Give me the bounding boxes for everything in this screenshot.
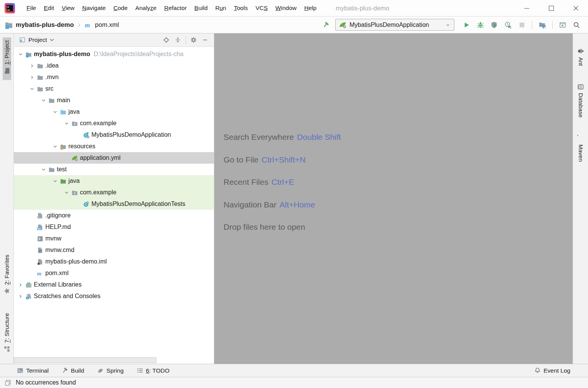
tree-item-mybatisplusdemoapplicationtests[interactable]: CMybatisPlusDemoApplicationTests [14, 198, 214, 210]
run-tool-window-button[interactable] [556, 19, 570, 31]
run-config-select[interactable]: MybatisPlusDemoApplication [335, 19, 454, 31]
menu-code[interactable]: Code [109, 0, 131, 16]
tool-tab-event-log[interactable]: Event Log [534, 367, 570, 374]
tree-item-src[interactable]: src [14, 83, 214, 95]
horizontal-scrollbar[interactable] [14, 357, 156, 363]
menu-vcs[interactable]: VCS [252, 0, 272, 16]
tool-window-bar: TerminalBuildSpring6: TODO Event Log [0, 364, 588, 377]
tool-tab-terminal[interactable]: Terminal [17, 367, 49, 374]
package-icon [71, 120, 78, 127]
collapse-all-button[interactable] [172, 35, 184, 45]
tool-tab-maven[interactable]: mMaven [576, 129, 585, 165]
tool-tab-ant[interactable]: Ant [576, 42, 585, 69]
breadcrumb-file[interactable]: pom.xml [95, 21, 119, 28]
coverage-icon [491, 22, 498, 28]
hide-button[interactable] [199, 35, 211, 45]
libraries-icon [25, 282, 32, 288]
menu-bar: FileEditViewNavigateCodeAnalyzeRefactorB… [23, 0, 320, 16]
tree-item-label: mvnw.cmd [45, 247, 75, 254]
menu-window[interactable]: Window [272, 0, 300, 16]
tool-tab-2-favorites[interactable]: 2: Favorites [3, 252, 11, 300]
tool-tab-build[interactable]: Build [62, 367, 84, 374]
window-controls [514, 0, 588, 16]
tree-item-help-md[interactable]: MDHELP.md [14, 221, 214, 233]
editor-shortcut-hints: Search EverywhereDouble ShiftGo to FileC… [224, 133, 573, 245]
tool-tab-1-project[interactable]: 1: Project [3, 37, 11, 80]
tool-window-toggle-icon[interactable] [5, 380, 11, 386]
tree-item-mybatis-plus-demo[interactable]: mybatis-plus-demoD:\IdeaProjects\IdeaPro… [14, 48, 214, 60]
leaf-gray-icon [97, 367, 104, 374]
tool-tab-label: 2: Favorites [3, 255, 10, 285]
tree-item-gitignore[interactable]: .gitignore [14, 210, 214, 221]
tree-item-scratches-and-consoles[interactable]: Scratches and Consoles [14, 290, 214, 302]
settings-button[interactable] [188, 35, 199, 45]
editor-area[interactable]: Search EverywhereDouble ShiftGo to FileC… [214, 33, 573, 364]
tree-item-mvnw-cmd[interactable]: mvnw.cmd [14, 244, 214, 256]
tree-item-java[interactable]: java [14, 175, 214, 187]
tree-item-mvn[interactable]: .mvn [14, 71, 214, 83]
menu-refactor[interactable]: Refactor [160, 0, 190, 16]
file-ignored-icon [36, 212, 44, 219]
tree-item-mybatisplusdemoapplication[interactable]: CMybatisPlusDemoApplication [14, 129, 214, 141]
hint-label: Recent Files [224, 177, 268, 186]
tree-item-mvnw[interactable]: mvnw [14, 233, 214, 244]
tool-tab-spring[interactable]: Spring [97, 367, 124, 374]
tree-item-resources[interactable]: resources [14, 141, 214, 152]
tree-item-mybatis-plus-demo-iml[interactable]: mybatis-plus-demo.iml [14, 256, 214, 267]
tree-item-external-libraries[interactable]: External Libraries [14, 279, 214, 290]
tool-tab-6-todo[interactable]: 6: TODO [137, 367, 169, 374]
tool-tab-database[interactable]: Database [576, 78, 585, 121]
editor-hint: Recent FilesCtrl+E [224, 177, 573, 200]
tool-tab-7-structure[interactable]: 7: Structure [3, 310, 11, 358]
menu-view[interactable]: View [58, 0, 78, 16]
tree-item-path: D:\IdeaProjects\IdeaProjects-cha [94, 51, 184, 58]
tree-item-idea[interactable]: .idea [14, 60, 214, 71]
editor-hint: Go to FileCtrl+Shift+N [224, 155, 573, 178]
tree-item-label: .mvn [45, 74, 59, 81]
search-everywhere-button[interactable] [570, 19, 583, 31]
menu-tools[interactable]: Tools [230, 0, 252, 16]
tree-item-pom-xml[interactable]: mpom.xml [14, 267, 214, 279]
bell-icon [534, 367, 541, 374]
project-tree: mybatis-plus-demoD:\IdeaProjects\IdeaPro… [14, 47, 214, 364]
hint-shortcut: Double Shift [297, 133, 341, 141]
chevron-down-icon [51, 179, 59, 184]
tree-item-com-example[interactable]: com.example [14, 187, 214, 198]
menu-build[interactable]: Build [190, 0, 211, 16]
project-structure-button[interactable] [535, 19, 549, 31]
locate-file-button[interactable] [161, 35, 172, 45]
chevron-down-icon[interactable] [49, 37, 55, 43]
menu-navigate[interactable]: Navigate [78, 0, 109, 16]
menu-edit[interactable]: Edit [40, 0, 58, 16]
tree-item-java[interactable]: java [14, 106, 214, 118]
tree-item-main[interactable]: main [14, 95, 214, 106]
maximize-button[interactable] [539, 0, 563, 16]
chevron-right-icon [28, 63, 36, 68]
run-button[interactable] [460, 19, 474, 31]
search-icon [573, 22, 580, 28]
profiler-button[interactable] [501, 19, 515, 31]
tool-window-title[interactable]: Project [28, 36, 47, 43]
tree-item-test[interactable]: test [14, 164, 214, 175]
hint-label: Search Everywhere [224, 133, 294, 141]
project-tool-window: Project mybatis-plus-demoD:\IdeaProjects… [14, 33, 214, 364]
intellij-logo-icon: IJ [5, 3, 15, 13]
build-project-button[interactable] [319, 19, 333, 31]
close-button[interactable] [563, 0, 588, 16]
chevron-down-icon [39, 167, 48, 172]
debug-button[interactable] [474, 19, 487, 31]
tree-item-label: mybatis-plus-demo [34, 51, 90, 58]
stop-button[interactable] [515, 19, 529, 31]
minimize-button[interactable] [514, 0, 539, 16]
chevron-right-icon [28, 75, 36, 80]
tool-tab-label: Spring [106, 367, 124, 374]
project-structure-icon [539, 22, 546, 28]
breadcrumb-project[interactable]: mybatis-plus-demo [16, 21, 74, 28]
run-with-coverage-button[interactable] [487, 19, 501, 31]
menu-run[interactable]: Run [212, 0, 230, 16]
tree-item-com-example[interactable]: com.example [14, 118, 214, 129]
tree-item-application-yml[interactable]: application.yml [14, 152, 214, 164]
menu-analyze[interactable]: Analyze [131, 0, 160, 16]
menu-file[interactable]: File [23, 0, 40, 16]
menu-help[interactable]: Help [300, 0, 320, 16]
